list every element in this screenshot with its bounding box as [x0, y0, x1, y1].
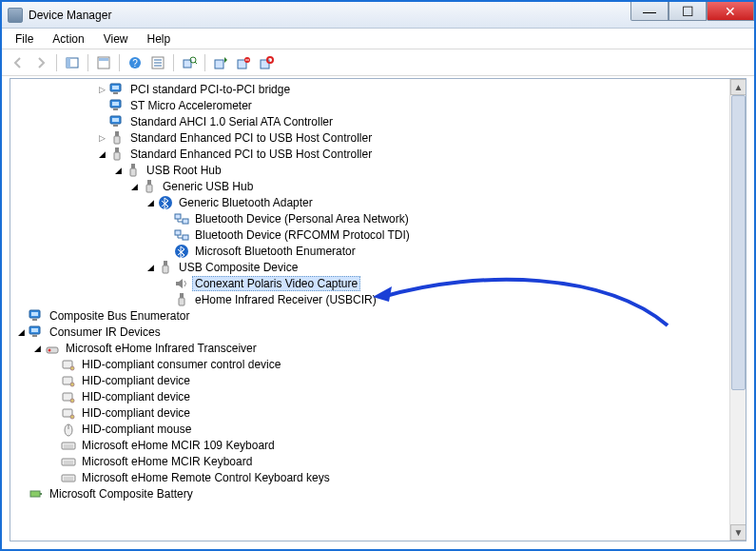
tree-row[interactable]: ◢Microsoft eHome Infrared Transceiver — [10, 340, 729, 356]
tree-row[interactable]: Bluetooth Device (RFCOMM Protocol TDI) — [10, 226, 729, 243]
device-label: PCI standard PCI-to-PCI bridge — [127, 82, 293, 97]
usb-icon — [142, 179, 157, 194]
menu-help[interactable]: Help — [140, 30, 179, 48]
expander-placeholder — [95, 99, 108, 112]
minimize-button[interactable]: — — [630, 2, 669, 21]
tree-row[interactable]: ◢Consumer IR Devices — [10, 324, 729, 340]
tree-row[interactable]: Bluetooth Device (Personal Area Network) — [10, 210, 729, 226]
tree-row[interactable]: ◢USB Composite Device — [10, 259, 729, 275]
device-label: Standard Enhanced PCI to USB Host Contro… — [127, 130, 375, 146]
tree-row[interactable]: ◢Generic USB Hub — [10, 178, 729, 194]
tree-row[interactable]: Standard AHCI 1.0 Serial ATA Controller — [10, 113, 729, 129]
toolbar-separator — [119, 54, 120, 71]
tree-row[interactable]: Microsoft Composite Battery — [10, 485, 729, 502]
expander-placeholder — [14, 487, 28, 501]
disable-button[interactable] — [256, 52, 277, 73]
device-label: HID-compliant device — [79, 389, 193, 404]
expander-icon[interactable]: ▷ — [95, 131, 108, 145]
menu-action[interactable]: Action — [45, 30, 91, 48]
scroll-thumb[interactable] — [731, 95, 746, 390]
device-label: HID-compliant device — [79, 405, 193, 421]
vertical-scrollbar[interactable]: ▲ ▼ — [729, 79, 746, 541]
expander-icon[interactable]: ◢ — [144, 196, 157, 209]
tree-row[interactable]: HID-compliant device — [10, 404, 729, 421]
tree-row[interactable]: HID-compliant device — [10, 372, 729, 388]
tree-row[interactable]: Composite Bus Enumerator — [10, 307, 729, 324]
hid-icon — [61, 357, 76, 372]
svg-text:?: ? — [132, 58, 138, 69]
show-hide-tree-button[interactable] — [62, 52, 83, 73]
tree-row-selected[interactable]: Conexant Polaris Video Capture — [10, 275, 729, 291]
hid-icon — [61, 373, 76, 388]
device-label: Conexant Polaris Video Capture — [192, 276, 360, 291]
tree-row[interactable]: ◢Standard Enhanced PCI to USB Host Contr… — [10, 146, 729, 162]
window-buttons: — ☐ ✕ — [630, 2, 754, 21]
usb-icon — [109, 147, 125, 162]
expander-placeholder — [47, 471, 60, 484]
expander-icon[interactable]: ◢ — [14, 325, 28, 339]
tree-row[interactable]: ▷Standard Enhanced PCI to USB Host Contr… — [10, 129, 729, 146]
tree-row[interactable]: Microsoft Bluetooth Enumerator — [10, 243, 729, 259]
expander-placeholder — [160, 245, 173, 258]
update-driver-button[interactable] — [210, 52, 231, 73]
scroll-down-button[interactable]: ▼ — [730, 524, 746, 541]
tree-row[interactable]: ◢Generic Bluetooth Adapter — [10, 194, 729, 210]
expander-placeholder — [47, 439, 60, 452]
expander-placeholder — [95, 115, 108, 128]
app-icon — [8, 8, 23, 23]
sound-icon — [174, 276, 189, 291]
tree-row[interactable]: HID-compliant consumer control device — [10, 356, 729, 372]
expander-placeholder — [47, 455, 60, 468]
expander-icon[interactable]: ◢ — [127, 180, 141, 193]
tree-row[interactable]: HID-compliant mouse — [10, 421, 729, 437]
menu-view[interactable]: View — [96, 30, 136, 48]
device-label: Microsoft Bluetooth Enumerator — [192, 244, 359, 259]
tree-row[interactable]: Microsoft eHome MCIR Keyboard — [10, 453, 729, 469]
tree-pane: ▷PCI standard PCI-to-PCI bridge ST Micro… — [10, 78, 746, 541]
maximize-button[interactable]: ☐ — [669, 2, 707, 21]
device-label: Microsoft eHome Remote Control Keyboard … — [79, 470, 333, 485]
tree-row[interactable]: HID-compliant device — [10, 388, 729, 404]
tree-row[interactable]: ◢USB Root Hub — [10, 162, 729, 178]
device-label: eHome Infrared Receiver (USBCIR) — [192, 292, 379, 307]
bluetooth-icon — [158, 195, 173, 210]
device-label: Microsoft eHome Infrared Transceiver — [63, 341, 260, 356]
keyboard-icon — [61, 438, 76, 453]
device-label: Standard Enhanced PCI to USB Host Contro… — [127, 147, 375, 162]
properties-button[interactable] — [93, 52, 114, 73]
menu-file[interactable]: File — [8, 30, 41, 48]
svg-rect-13 — [215, 60, 223, 69]
usb-icon — [126, 163, 141, 178]
close-button[interactable]: ✕ — [707, 2, 754, 21]
battery-icon — [29, 486, 44, 502]
tree-row[interactable]: ▷PCI standard PCI-to-PCI bridge — [10, 81, 729, 97]
expander-icon[interactable]: ◢ — [144, 261, 157, 274]
toolbar-button[interactable] — [147, 52, 168, 73]
device-label: USB Composite Device — [176, 260, 300, 275]
menu-bar: File Action View Help — [2, 29, 754, 49]
expander-placeholder — [47, 423, 60, 436]
expander-icon[interactable]: ▷ — [95, 83, 108, 96]
expander-icon[interactable]: ◢ — [111, 164, 125, 177]
scroll-up-button[interactable]: ▲ — [730, 79, 746, 95]
tree-row[interactable]: Microsoft eHome Remote Control Keyboard … — [10, 469, 729, 485]
uninstall-button[interactable] — [233, 52, 254, 73]
expander-placeholder — [160, 228, 173, 242]
expander-icon[interactable]: ◢ — [30, 342, 44, 355]
hid-icon — [61, 405, 76, 421]
forward-button[interactable] — [30, 52, 51, 73]
device-label: ST Micro Accelerometer — [127, 98, 255, 113]
back-button[interactable] — [8, 52, 29, 73]
tree-row[interactable]: eHome Infrared Receiver (USBCIR) — [10, 291, 729, 307]
expander-placeholder — [47, 374, 60, 387]
expander-placeholder — [47, 390, 60, 403]
mouse-icon — [61, 422, 76, 437]
scan-hardware-button[interactable] — [179, 52, 200, 73]
tree-row[interactable]: Microsoft eHome MCIR 109 Keyboard — [10, 437, 729, 453]
device-label: Microsoft Composite Battery — [47, 486, 196, 502]
help-button[interactable]: ? — [125, 52, 145, 73]
tree-row[interactable]: ST Micro Accelerometer — [10, 97, 729, 113]
expander-icon[interactable]: ◢ — [95, 148, 108, 161]
toolbar-separator — [87, 54, 88, 71]
hid-icon — [61, 389, 76, 404]
